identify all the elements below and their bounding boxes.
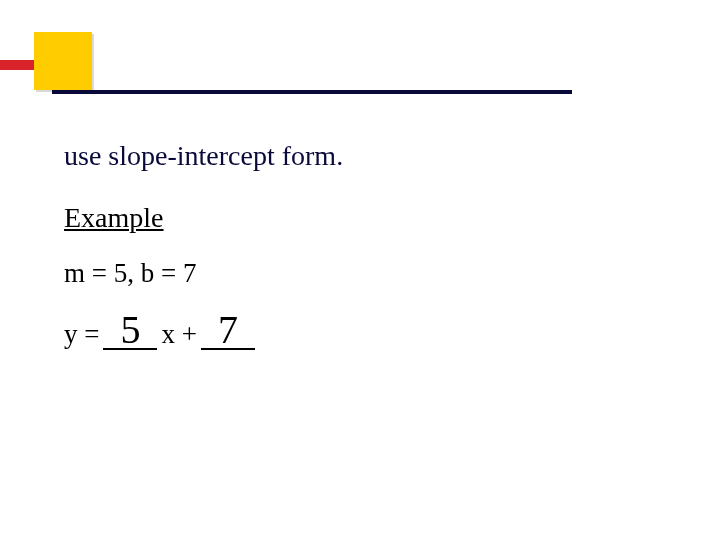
accent-yellow-square xyxy=(34,32,92,90)
accent-navy-rule xyxy=(52,90,572,94)
slide-title: use slope-intercept form. xyxy=(64,140,680,172)
slide-content: use slope-intercept form. Example m = 5,… xyxy=(64,140,680,350)
intercept-blank: 7 xyxy=(201,311,255,350)
equation-y-equals: y = xyxy=(64,321,99,350)
slide: use slope-intercept form. Example m = 5,… xyxy=(0,0,720,540)
given-values: m = 5, b = 7 xyxy=(64,258,680,289)
equation-x-plus: x + xyxy=(161,321,196,350)
slope-blank: 5 xyxy=(103,311,157,350)
equation-line: y = 5 x + 7 xyxy=(64,311,680,350)
slope-value: 5 xyxy=(120,307,140,352)
example-heading: Example xyxy=(64,202,680,234)
slide-header-decoration xyxy=(0,28,720,98)
intercept-value: 7 xyxy=(218,307,238,352)
